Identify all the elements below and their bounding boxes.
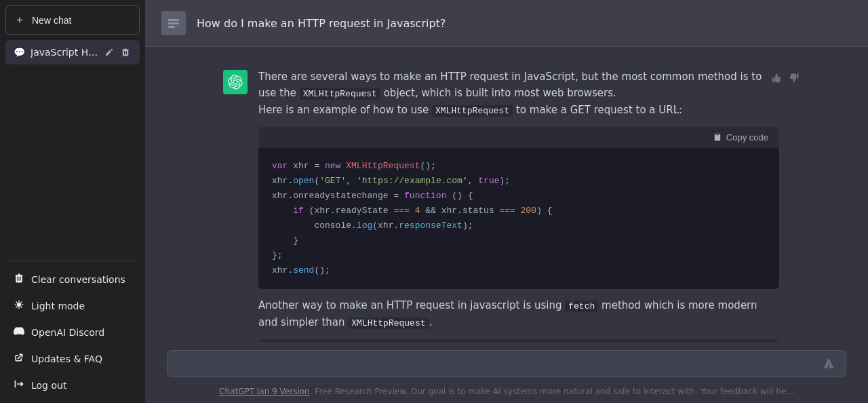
sun-icon	[14, 299, 24, 312]
inline-code-2: XMLHttpRequest	[432, 105, 513, 117]
thumbs-down-button[interactable]	[787, 71, 801, 85]
question-text: How do I make an HTTP request in Javascr…	[197, 17, 446, 30]
footer-link[interactable]: ChatGPT Jan 9 Version	[219, 387, 310, 396]
sidebar-item-label: Light mode	[31, 301, 85, 311]
copy-code-button-1[interactable]: Copy code	[713, 132, 768, 142]
chat-list: 💬 JavaScript HTTP requ	[5, 40, 140, 261]
chat-icon: 💬	[14, 47, 25, 58]
chat-content: There are several ways to make an HTTP r…	[145, 47, 868, 342]
code-body-1: var xhr = new XMLHttpRequest(); xhr.open…	[258, 148, 779, 290]
delete-button[interactable]	[119, 46, 132, 58]
code-block-1: Copy code var xhr = new XMLHttpRequest()…	[258, 127, 779, 290]
send-button[interactable]	[823, 358, 835, 370]
chat-input[interactable]	[178, 358, 823, 370]
new-chat-label: New chat	[32, 15, 71, 26]
main-content: How do I make an HTTP request in Javascr…	[145, 0, 868, 403]
response-outro: Another way to make an HTTP request in j…	[258, 297, 779, 331]
new-chat-button[interactable]: ＋ New chat	[5, 5, 140, 35]
sidebar-item-clear[interactable]: Clear conversations	[5, 267, 140, 292]
code-header-1: Copy code	[258, 127, 779, 148]
sidebar-item-lightmode[interactable]: Light mode	[5, 293, 140, 318]
external-link-icon	[14, 352, 24, 365]
sidebar-item-label: OpenAI Discord	[31, 327, 104, 338]
logout-icon	[14, 379, 24, 391]
sidebar: ＋ New chat 💬 JavaScript HTTP requ C	[0, 0, 145, 403]
sidebar-bottom: Clear conversations Light mode OpenAI Di…	[5, 261, 140, 398]
code-header-2: Copy code	[258, 339, 779, 342]
trash-icon	[14, 273, 24, 286]
thumbs-up-button[interactable]	[770, 71, 783, 85]
svg-rect-2	[168, 26, 175, 28]
response-intro: There are several ways to make an HTTP r…	[258, 69, 779, 119]
message-block: There are several ways to make an HTTP r…	[201, 63, 812, 342]
question-icon	[161, 11, 186, 35]
feedback-actions	[770, 71, 801, 85]
chat-input-box	[167, 350, 846, 377]
question-header: How do I make an HTTP request in Javascr…	[145, 0, 868, 47]
list-item[interactable]: 💬 JavaScript HTTP requ	[5, 40, 140, 64]
chat-item-actions	[103, 46, 132, 58]
plus-icon: ＋	[14, 13, 25, 27]
sidebar-item-updates[interactable]: Updates & FAQ	[5, 346, 140, 371]
sidebar-item-logout[interactable]: Log out	[5, 372, 140, 398]
sidebar-item-label: Updates & FAQ	[31, 353, 102, 364]
svg-rect-0	[168, 19, 179, 21]
sidebar-item-label: Log out	[31, 380, 66, 391]
discord-icon	[14, 326, 24, 339]
message-text: There are several ways to make an HTTP r…	[258, 69, 779, 342]
svg-rect-1	[168, 22, 179, 24]
footer: ChatGPT Jan 9 Version. Free Research Pre…	[145, 383, 868, 403]
sidebar-item-discord[interactable]: OpenAI Discord	[5, 320, 140, 345]
copy-code-label: Copy code	[726, 132, 768, 142]
code-block-2: Copy code	[258, 339, 779, 342]
sidebar-item-label: Clear conversations	[31, 274, 125, 285]
inline-code-xhr2: XMLHttpRequest	[348, 318, 429, 329]
chat-item-left: 💬 JavaScript HTTP requ	[14, 47, 103, 58]
chat-item-label: JavaScript HTTP requ	[31, 47, 103, 58]
inline-code-1: XMLHttpRequest	[300, 88, 380, 100]
footer-text: . Free Research Preview. Our goal is to …	[310, 387, 794, 396]
inline-code-fetch: fetch	[565, 301, 598, 312]
input-area	[145, 342, 868, 383]
rename-button[interactable]	[103, 46, 115, 58]
avatar	[223, 70, 248, 94]
